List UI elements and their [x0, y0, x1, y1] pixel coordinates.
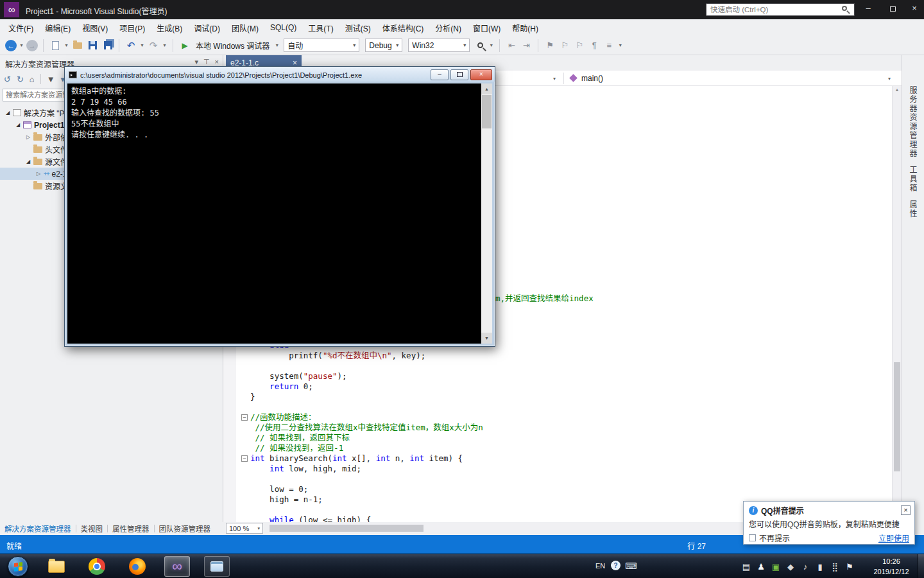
- tray-volume-icon[interactable]: ♪: [800, 562, 810, 572]
- indent-increase-icon[interactable]: ⇥: [520, 39, 533, 52]
- qq-popup-close-button[interactable]: ×: [901, 505, 911, 515]
- autohide-tab[interactable]: 工具箱: [908, 166, 918, 193]
- forward-icon[interactable]: →: [26, 40, 38, 51]
- fold-marker-icon[interactable]: −: [241, 414, 248, 421]
- tray-action-center-icon[interactable]: ⚑: [844, 562, 855, 572]
- minimize-button[interactable]: –: [857, 0, 879, 17]
- menu-item[interactable]: 窗口(W): [467, 20, 506, 36]
- editor-zoom-combo[interactable]: 100 %▾: [226, 523, 263, 534]
- taskbar-console-app-button[interactable]: [204, 556, 230, 577]
- window-menu-caret-icon[interactable]: ▾: [194, 58, 198, 66]
- bookmark-toggle-icon[interactable]: ⚑: [543, 39, 556, 52]
- scrollbar-thumb[interactable]: [894, 362, 900, 471]
- taskbar-chrome-button[interactable]: [84, 556, 110, 577]
- quick-launch-input[interactable]: [706, 3, 855, 16]
- tray-network-icon[interactable]: ⣿: [830, 562, 840, 572]
- menu-item[interactable]: 体系结构(C): [377, 20, 430, 36]
- indent-decrease-icon[interactable]: ⇤: [505, 39, 518, 52]
- tray-qq-icon[interactable]: ♟: [756, 562, 766, 572]
- fold-marker-icon[interactable]: −: [241, 455, 248, 462]
- type-dropdown-caret-icon[interactable]: ▾: [553, 76, 556, 82]
- menu-item[interactable]: 帮助(H): [506, 20, 544, 36]
- menu-item[interactable]: 视图(V): [76, 20, 114, 36]
- chevron-expanded-icon[interactable]: ◢: [14, 122, 22, 128]
- chevron-collapsed-icon[interactable]: ▷: [35, 171, 42, 177]
- editor-vertical-scrollbar[interactable]: ▲ ▼: [892, 86, 902, 522]
- menu-item[interactable]: 调试(D): [188, 20, 226, 36]
- console-minimize-button[interactable]: –: [431, 69, 449, 80]
- configuration-combo[interactable]: Debug▾: [365, 39, 402, 52]
- language-indicator[interactable]: EN: [595, 562, 605, 570]
- explorer-filter-icon[interactable]: ▼: [47, 74, 55, 84]
- console-close-button[interactable]: ×: [470, 69, 492, 80]
- console-maximize-button[interactable]: [450, 69, 468, 80]
- tray-updates-icon[interactable]: ◆: [785, 562, 796, 572]
- explorer-home-icon[interactable]: ⌂: [30, 74, 35, 84]
- new-file-icon[interactable]: [49, 39, 62, 52]
- dont-remind-checkbox[interactable]: [749, 534, 756, 541]
- back-caret-icon[interactable]: ▾: [19, 39, 24, 52]
- ime-help-icon[interactable]: ?: [611, 561, 620, 570]
- start-button[interactable]: [8, 556, 28, 577]
- keyboard-icon[interactable]: ⌨: [625, 561, 637, 571]
- start-debug-icon[interactable]: ▶: [178, 39, 191, 52]
- undo-caret-icon[interactable]: ▾: [139, 39, 145, 52]
- console-output[interactable]: 数组a中的数据:2 7 19 45 66输入待查找的数据项: 5555不在数组中…: [67, 83, 492, 344]
- taskbar-visual-studio-button[interactable]: ∞: [164, 556, 190, 577]
- bookmark-prev-icon[interactable]: ⚐: [558, 39, 571, 52]
- find-caret-icon[interactable]: ▾: [488, 39, 494, 52]
- taskbar-explorer-button[interactable]: [44, 556, 69, 577]
- debug-target-label[interactable]: 本地 Windows 调试器: [196, 40, 270, 51]
- undo-icon[interactable]: ↶: [124, 39, 137, 52]
- chevron-collapsed-icon[interactable]: ▷: [24, 134, 32, 140]
- explorer-forward-icon[interactable]: ↻: [17, 74, 24, 84]
- save-icon[interactable]: [86, 39, 99, 52]
- tool-window-tab[interactable]: 团队资源管理器: [155, 523, 216, 534]
- tray-power-icon[interactable]: ▮: [815, 562, 825, 572]
- scroll-up-icon[interactable]: ▲: [893, 87, 902, 92]
- taskbar-clock[interactable]: 10:26 2019/12/12: [866, 556, 916, 577]
- chevron-expanded-icon[interactable]: ◢: [24, 159, 32, 164]
- tool-window-tab[interactable]: 类视图: [76, 523, 108, 534]
- tray-security-icon[interactable]: ▣: [771, 562, 781, 572]
- menu-item[interactable]: 分析(N): [429, 20, 467, 36]
- taskbar-firefox-button[interactable]: [124, 556, 150, 577]
- redo-icon[interactable]: ↷: [147, 39, 160, 52]
- scrollbar-thumb[interactable]: [482, 95, 492, 128]
- console-window[interactable]: c:\users\administrator\documents\visual …: [64, 66, 495, 347]
- menu-item[interactable]: 项目(P): [114, 20, 151, 36]
- platform-combo[interactable]: Win32▾: [408, 39, 470, 52]
- autohide-tab[interactable]: 属性: [908, 200, 918, 218]
- chevron-expanded-icon[interactable]: ◢: [4, 110, 12, 116]
- scrollbar-thumb[interactable]: [270, 525, 424, 532]
- comment-icon[interactable]: ¶: [588, 39, 601, 52]
- show-desktop-button[interactable]: [918, 554, 924, 578]
- debug-attach-combo[interactable]: 自动▾: [284, 39, 359, 52]
- menu-item[interactable]: 文件(F): [3, 20, 39, 36]
- open-file-icon[interactable]: [71, 39, 84, 52]
- pin-icon[interactable]: ⊤: [203, 58, 210, 66]
- tray-clipboard-icon[interactable]: ▤: [741, 562, 751, 572]
- tool-window-tab[interactable]: 解决方案资源管理器: [0, 523, 76, 534]
- uncomment-icon[interactable]: ≡: [603, 39, 615, 52]
- menu-item[interactable]: 生成(B): [151, 20, 188, 36]
- debug-caret-icon[interactable]: ▾: [274, 39, 280, 52]
- use-now-link[interactable]: 立即使用: [878, 532, 909, 543]
- redo-caret-icon[interactable]: ▾: [162, 39, 167, 52]
- scroll-down-icon[interactable]: ▼: [481, 333, 492, 344]
- find-icon[interactable]: [474, 39, 486, 52]
- console-scrollbar[interactable]: ▲ ▼: [481, 83, 492, 344]
- menu-item[interactable]: 测试(S): [339, 20, 377, 36]
- new-file-caret-icon[interactable]: ▾: [64, 39, 69, 52]
- restore-button[interactable]: [882, 0, 903, 17]
- member-dropdown[interactable]: main(): [581, 74, 603, 83]
- autohide-tab[interactable]: 服务器资源管理器: [908, 86, 918, 158]
- console-titlebar[interactable]: c:\users\administrator\documents\visual …: [65, 67, 495, 82]
- bookmark-caret-icon[interactable]: ▾: [617, 39, 623, 52]
- explorer-back-icon[interactable]: ↺: [4, 74, 11, 84]
- menu-item[interactable]: 团队(M): [226, 20, 264, 36]
- member-dropdown-caret-icon[interactable]: ▾: [888, 76, 891, 82]
- bookmark-next-icon[interactable]: ⚐: [573, 39, 586, 52]
- scroll-up-icon[interactable]: ▲: [481, 83, 492, 94]
- back-icon[interactable]: ←: [5, 40, 17, 51]
